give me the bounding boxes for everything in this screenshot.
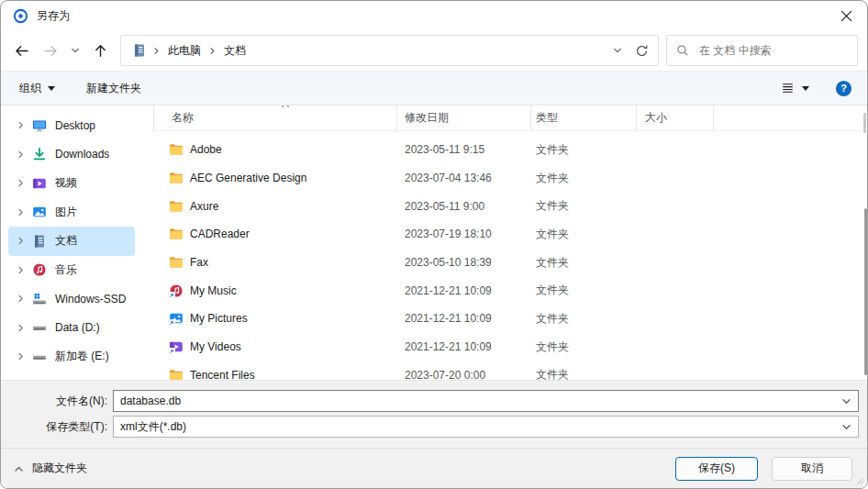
save-type-value[interactable] [113,416,859,438]
chevron-right-icon[interactable] [17,266,29,274]
documents-icon [132,43,147,58]
music-shortcut-icon [169,283,184,298]
table-row[interactable]: CADReader2023-07-19 18:10文件夹 [137,220,867,249]
drive-windows-icon [32,292,47,306]
refresh-icon[interactable] [635,44,649,58]
folder-icon [169,171,184,185]
sidebar-item-label: 视频 [55,175,77,191]
filename-label: 文件名(N): [1,394,113,409]
up-icon[interactable] [85,36,115,65]
back-icon[interactable] [6,36,36,65]
sidebar-item-new-volume-e[interactable]: 新加卷 (E:) [8,342,135,372]
search-box[interactable] [666,35,858,66]
window-title: 另存为 [37,8,70,24]
sidebar-item-label: Desktop [55,119,95,132]
table-row[interactable]: Adobe2023-05-11 9:15文件夹 [137,136,867,164]
sidebar-item-videos[interactable]: 视频 [8,169,135,198]
chevron-right-icon[interactable] [17,352,29,361]
navigation-bar: 此电脑 文档 [1,30,867,71]
table-row[interactable]: Axure2023-05-11 9:00文件夹 [137,192,867,220]
caret-down-icon [48,86,55,91]
music-icon [32,262,47,277]
table-row[interactable]: My Pictures2021-12-21 10:09文件夹 [137,305,867,333]
filename-input[interactable] [113,390,859,412]
column-header-name[interactable]: 名称 [153,106,397,131]
column-header-date-modified[interactable]: 修改日期 [397,106,531,131]
table-row[interactable]: My Music2021-12-21 10:09文件夹 [137,276,867,305]
forward-icon [36,36,65,65]
chevron-right-icon[interactable] [17,150,29,159]
file-date-modified: 2021-12-21 10:09 [397,340,531,353]
chevron-right-icon[interactable] [17,208,29,217]
file-date-modified: 2021-12-21 10:09 [397,312,531,325]
column-header-type[interactable]: 类型 [531,106,637,131]
chevron-up-icon [14,465,24,472]
sidebar-item-label: 文档 [55,233,77,249]
file-date-modified: 2023-05-11 9:00 [397,200,531,213]
resize-grip[interactable] [856,477,864,485]
table-row[interactable]: Tencent Files2023-07-20 0:00文件夹 [137,361,867,381]
desktop-icon [32,118,47,133]
sidebar-item-documents[interactable]: 文档 [8,227,135,256]
address-bar[interactable]: 此电脑 文档 [120,35,659,66]
list-scrollbar[interactable] [863,113,866,133]
sidebar-item-label: 新加卷 (E:) [55,349,109,364]
list-view-icon [781,82,795,94]
breadcrumb-documents[interactable]: 文档 [222,41,248,61]
help-icon[interactable]: ? [835,80,852,97]
folder-icon [169,199,184,214]
videos-icon [32,176,47,191]
file-name: My Videos [190,340,241,353]
new-folder-button[interactable]: 新建文件夹 [86,81,141,96]
file-date-modified: 2023-07-20 0:00 [397,369,531,380]
chevron-right-icon[interactable] [17,324,29,332]
save-button[interactable]: 保存(S) [675,457,758,481]
table-row[interactable]: Fax2023-05-10 18:39文件夹 [137,249,867,277]
table-row[interactable]: My Videos2021-12-21 10:09文件夹 [137,333,867,361]
downloads-icon [32,147,47,161]
change-view-button[interactable] [777,80,813,96]
file-name: CADReader [190,228,250,240]
table-row[interactable]: AEC Generative Design2023-07-04 13:46文件夹 [137,164,867,193]
file-list: 名称 修改日期 类型 大小 Adobe2023-05-11 9:15文件夹AEC… [137,106,867,380]
sidebar-item-windows-ssd[interactable]: Windows-SSD [8,284,135,314]
breadcrumb-this-pc[interactable]: 此电脑 [166,41,203,61]
folder-icon [169,255,184,270]
file-type: 文件夹 [531,198,637,214]
chevron-right-icon[interactable] [17,121,29,129]
file-name: Tencent Files [190,369,255,380]
pictures-shortcut-icon [169,311,184,326]
sidebar-item-music[interactable]: 音乐 [8,256,135,285]
videos-shortcut-icon [169,339,184,354]
sidebar-item-downloads[interactable]: Downloads [8,140,135,170]
organize-button[interactable]: 组织 [19,81,55,96]
sidebar-item-label: Windows-SSD [55,293,126,306]
drive-icon [32,320,47,335]
sidebar-item-desktop[interactable]: Desktop [8,111,135,140]
file-type: 文件夹 [531,142,637,158]
chevron-right-icon[interactable] [17,179,29,187]
documents-icon [32,234,47,249]
hide-folders-button[interactable]: 隐藏文件夹 [14,461,87,476]
sidebar-item-pictures[interactable]: 图片 [8,198,135,228]
cancel-button[interactable]: 取消 [772,457,852,481]
file-name: My Music [190,284,237,297]
column-header-size[interactable]: 大小 [637,106,714,131]
chevron-right-icon[interactable] [17,295,29,303]
search-input[interactable] [697,43,848,58]
svg-text:?: ? [840,83,847,94]
sidebar-item-data-d[interactable]: Data (D:) [8,314,135,343]
save-as-dialog: 另存为 此电脑 文档 [0,0,868,489]
address-dropdown-chevron-icon[interactable] [613,46,622,55]
file-type: 文件夹 [531,311,637,327]
search-icon [676,44,689,57]
file-date-modified: 2023-05-10 18:39 [397,256,531,269]
chevron-right-icon [208,47,217,55]
file-name: AEC Generative Design [190,172,306,184]
file-type: 文件夹 [531,367,637,380]
chevron-right-icon[interactable] [17,237,29,245]
recent-locations-chevron-icon[interactable] [65,36,85,65]
close-icon[interactable] [825,1,867,30]
file-type: 文件夹 [531,339,637,355]
app-icon [13,8,28,24]
